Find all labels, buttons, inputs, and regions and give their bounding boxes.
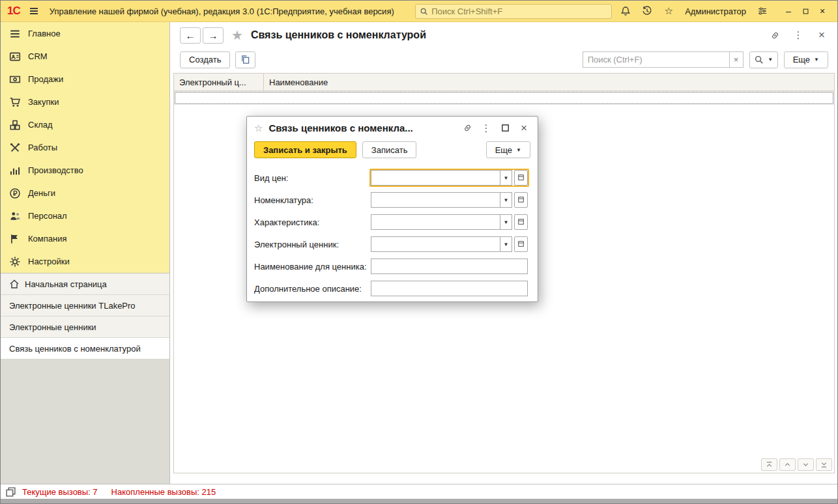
dropdown-button[interactable]: ▼	[500, 192, 512, 208]
list-navigation	[761, 458, 832, 471]
history-button[interactable]	[639, 3, 655, 19]
nav-item-home[interactable]: Начальная страница	[1, 273, 169, 295]
sidebar-item-sales[interactable]: Продажи	[1, 68, 169, 91]
field-input[interactable]	[371, 236, 500, 252]
global-search-input[interactable]	[431, 7, 607, 16]
page-close-button[interactable]: ×	[815, 29, 828, 42]
save-and-close-button[interactable]: Записать и закрыть	[254, 141, 356, 158]
nav-item-label: Начальная страница	[25, 279, 107, 289]
nav-item-electronic-price-tags[interactable]: Электронные ценники	[1, 316, 169, 338]
dialog-menu-button[interactable]: ⋮	[480, 122, 493, 135]
field-control: ▼	[369, 235, 529, 253]
open-button[interactable]	[514, 236, 528, 252]
sidebar-item-main[interactable]: Главное	[1, 22, 169, 45]
user-name[interactable]: Администратор	[685, 7, 746, 16]
field-input[interactable]	[371, 259, 528, 274]
column-header[interactable]: Наименование	[264, 74, 333, 91]
sidebar-item-purchases[interactable]: Закупки	[1, 91, 169, 113]
maximize-icon	[500, 123, 510, 133]
minimize-button[interactable]: –	[780, 3, 797, 19]
maximize-button[interactable]	[797, 3, 814, 19]
search-options-button[interactable]: ▼	[749, 51, 778, 68]
sidebar-item-production[interactable]: Производство	[1, 159, 169, 182]
list-down-button[interactable]	[798, 458, 814, 471]
field-control: ▼	[369, 213, 529, 231]
sidebar-item-label: Персонал	[28, 211, 67, 221]
list-more-button[interactable]: Еще▼	[784, 51, 828, 68]
nav-item-price-tag-links[interactable]: Связь ценников с номенклатурой	[1, 338, 169, 359]
open-button[interactable]	[514, 192, 528, 208]
field-label: Электронный ценник:	[254, 240, 369, 249]
close-button[interactable]: ×	[814, 3, 831, 19]
sidebar-item-money[interactable]: Деньги	[1, 182, 169, 204]
field-input[interactable]	[371, 192, 500, 208]
dropdown-button[interactable]: ▼	[500, 236, 512, 252]
dialog-buttons: Записать и закрыть Записать Еще▼	[247, 139, 538, 164]
service-menu-button[interactable]	[755, 3, 770, 19]
page-favorite-star-icon[interactable]: ★	[231, 27, 243, 43]
field-row: Электронный ценник:▼	[254, 233, 530, 255]
dialog-link-button[interactable]	[461, 122, 474, 135]
sidebar-item-warehouse[interactable]: Склад	[1, 113, 169, 136]
chevron-down-icon: ▼	[814, 57, 819, 63]
bottom-strip	[1, 499, 837, 503]
main-menu-button[interactable]	[26, 3, 42, 19]
status-bar: Текущие вызовы: 7 Накопленные вызовы: 21…	[1, 484, 837, 499]
open-button[interactable]	[514, 214, 528, 230]
history-icon	[642, 6, 652, 16]
open-form-icon	[517, 195, 525, 205]
production-icon	[9, 165, 21, 176]
settings-icon	[9, 256, 21, 268]
dialog-more-button[interactable]: Еще▼	[486, 141, 530, 158]
list-up-button[interactable]	[779, 458, 796, 471]
staff-icon	[9, 210, 21, 222]
sidebar-item-label: Компания	[28, 234, 67, 244]
field-label: Дополнительное описание:	[254, 284, 369, 294]
link-icon	[770, 31, 780, 40]
field-input[interactable]	[371, 170, 500, 186]
go-up-icon	[783, 460, 792, 469]
crm-icon	[9, 51, 21, 63]
copy-button[interactable]	[235, 51, 255, 68]
list-top-button[interactable]	[761, 458, 777, 471]
field-control: ▼	[369, 191, 529, 209]
open-form-icon	[517, 173, 525, 183]
list-search-input[interactable]	[583, 51, 730, 68]
focused-empty-row[interactable]	[175, 92, 833, 104]
global-search[interactable]	[415, 4, 612, 19]
sidebar: ГлавноеCRMПродажиЗакупкиСкладРаботыПроиз…	[1, 22, 170, 484]
back-button[interactable]: ←	[180, 27, 201, 44]
dropdown-button[interactable]: ▼	[500, 214, 512, 230]
search-icon	[754, 55, 764, 64]
save-button[interactable]: Записать	[362, 141, 417, 158]
field-input[interactable]	[371, 281, 528, 296]
dialog-maximize-button[interactable]	[498, 122, 512, 135]
sidebar-item-label: Производство	[28, 165, 83, 175]
nav-item-tlakepro-price-tags[interactable]: Электронные ценники TLakePro	[1, 295, 169, 316]
app-window: 1С Управление нашей фирмой (учебная), ре…	[0, 0, 838, 504]
open-button[interactable]	[514, 170, 528, 186]
sidebar-item-works[interactable]: Работы	[1, 136, 169, 159]
sidebar-item-settings[interactable]: Настройки	[1, 250, 169, 273]
list-bottom-button[interactable]	[816, 458, 832, 471]
dialog-favorite-star-icon[interactable]: ☆	[254, 122, 263, 134]
sidebar-item-crm[interactable]: CRM	[1, 45, 169, 68]
sliders-icon	[757, 6, 768, 16]
field-input[interactable]	[371, 214, 500, 230]
column-header[interactable]: Электронный ц...	[174, 74, 264, 91]
forward-button[interactable]: →	[203, 27, 224, 44]
nav-item-label: Электронные ценники	[9, 322, 96, 332]
page-menu-button[interactable]: ⋮	[792, 29, 805, 42]
favorites-button[interactable]: ☆	[661, 3, 676, 19]
performance-indicator-icon[interactable]	[5, 486, 16, 497]
clear-search-button[interactable]: ×	[730, 51, 744, 68]
notifications-button[interactable]	[618, 3, 633, 19]
dropdown-button[interactable]: ▼	[500, 170, 512, 186]
page-link-button[interactable]	[768, 29, 781, 42]
dialog-close-button[interactable]: ×	[517, 122, 530, 135]
sidebar-item-staff[interactable]: Персонал	[1, 204, 169, 227]
money-icon	[9, 188, 21, 199]
create-button[interactable]: Создать	[180, 51, 230, 68]
sidebar-item-company[interactable]: Компания	[1, 227, 169, 250]
sidebar-item-label: Работы	[28, 143, 57, 152]
